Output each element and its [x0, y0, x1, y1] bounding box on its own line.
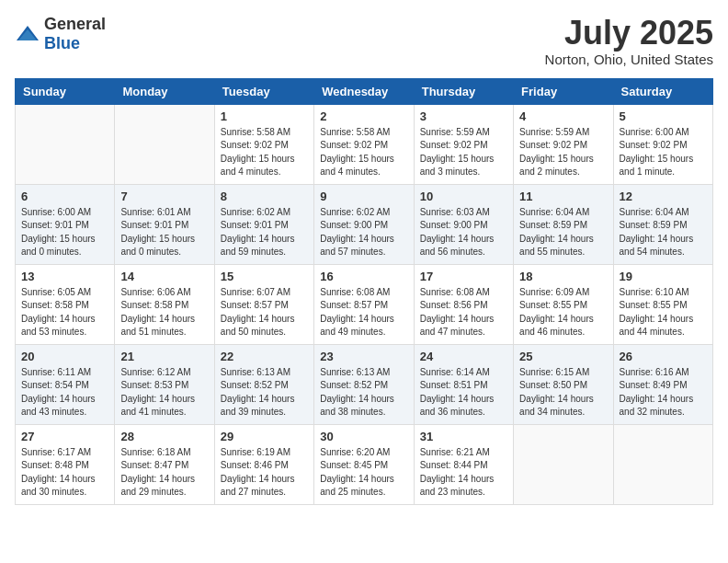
calendar-day-cell: 17Sunrise: 6:08 AM Sunset: 8:56 PM Dayli… — [414, 264, 513, 344]
calendar-table: SundayMondayTuesdayWednesdayThursdayFrid… — [15, 78, 713, 505]
day-number: 18 — [519, 270, 607, 283]
day-number: 15 — [221, 270, 308, 283]
calendar-week-row: 13Sunrise: 6:05 AM Sunset: 8:58 PM Dayli… — [16, 264, 713, 344]
day-number: 25 — [519, 350, 607, 363]
weekday-header: Friday — [514, 78, 613, 104]
calendar-subtitle: Norton, Ohio, United States — [545, 52, 713, 67]
day-number: 14 — [120, 270, 208, 283]
day-number: 21 — [120, 350, 208, 363]
calendar-day-cell: 1Sunrise: 5:58 AM Sunset: 9:02 PM Daylig… — [214, 104, 313, 184]
calendar-day-cell: 8Sunrise: 6:02 AM Sunset: 9:01 PM Daylig… — [214, 184, 313, 264]
day-number: 10 — [420, 190, 507, 203]
day-info: Sunrise: 6:08 AM Sunset: 8:56 PM Dayligh… — [420, 286, 507, 339]
calendar-day-cell: 21Sunrise: 6:12 AM Sunset: 8:53 PM Dayli… — [115, 344, 214, 424]
calendar-week-row: 20Sunrise: 6:11 AM Sunset: 8:54 PM Dayli… — [16, 344, 713, 424]
day-info: Sunrise: 6:16 AM Sunset: 8:49 PM Dayligh… — [620, 366, 707, 419]
calendar-day-cell: 5Sunrise: 6:00 AM Sunset: 9:02 PM Daylig… — [613, 104, 712, 184]
day-info: Sunrise: 6:09 AM Sunset: 8:55 PM Dayligh… — [519, 286, 607, 339]
day-number: 22 — [221, 350, 308, 363]
day-info: Sunrise: 6:07 AM Sunset: 8:57 PM Dayligh… — [221, 286, 308, 339]
day-number: 20 — [21, 350, 108, 363]
calendar-day-cell: 3Sunrise: 5:59 AM Sunset: 9:02 PM Daylig… — [414, 104, 513, 184]
calendar-day-cell — [115, 104, 214, 184]
day-number: 30 — [320, 430, 407, 443]
calendar-day-cell — [514, 424, 613, 504]
day-info: Sunrise: 5:59 AM Sunset: 9:02 PM Dayligh… — [519, 126, 607, 179]
calendar-day-cell: 10Sunrise: 6:03 AM Sunset: 9:00 PM Dayli… — [414, 184, 513, 264]
calendar-day-cell: 19Sunrise: 6:10 AM Sunset: 8:55 PM Dayli… — [613, 264, 712, 344]
calendar-day-cell: 15Sunrise: 6:07 AM Sunset: 8:57 PM Dayli… — [214, 264, 313, 344]
day-number: 6 — [21, 190, 108, 203]
day-info: Sunrise: 6:19 AM Sunset: 8:46 PM Dayligh… — [221, 446, 308, 500]
day-info: Sunrise: 6:03 AM Sunset: 9:00 PM Dayligh… — [420, 206, 507, 259]
calendar-day-cell: 26Sunrise: 6:16 AM Sunset: 8:49 PM Dayli… — [613, 344, 712, 424]
calendar-day-cell: 22Sunrise: 6:13 AM Sunset: 8:52 PM Dayli… — [214, 344, 313, 424]
calendar-day-cell: 11Sunrise: 6:04 AM Sunset: 8:59 PM Dayli… — [514, 184, 613, 264]
weekday-header: Monday — [115, 78, 214, 104]
day-number: 2 — [320, 109, 407, 123]
logo: General Blue — [15, 15, 106, 53]
day-info: Sunrise: 6:10 AM Sunset: 8:55 PM Dayligh… — [620, 286, 707, 339]
weekday-header: Tuesday — [214, 78, 313, 104]
calendar-day-cell: 2Sunrise: 5:58 AM Sunset: 9:02 PM Daylig… — [314, 104, 414, 184]
calendar-day-cell: 9Sunrise: 6:02 AM Sunset: 9:00 PM Daylig… — [314, 184, 414, 264]
day-number: 11 — [519, 190, 607, 203]
day-number: 1 — [221, 109, 308, 123]
day-info: Sunrise: 6:11 AM Sunset: 8:54 PM Dayligh… — [21, 366, 108, 419]
day-info: Sunrise: 6:00 AM Sunset: 9:02 PM Dayligh… — [620, 126, 707, 179]
calendar-day-cell: 31Sunrise: 6:21 AM Sunset: 8:44 PM Dayli… — [414, 424, 513, 504]
calendar-day-cell: 13Sunrise: 6:05 AM Sunset: 8:58 PM Dayli… — [16, 264, 115, 344]
day-number: 28 — [120, 430, 208, 443]
calendar-body: 1Sunrise: 5:58 AM Sunset: 9:02 PM Daylig… — [16, 104, 713, 504]
day-number: 29 — [221, 430, 308, 443]
calendar-day-cell — [16, 104, 115, 184]
day-number: 19 — [620, 270, 707, 283]
calendar-day-cell: 25Sunrise: 6:15 AM Sunset: 8:50 PM Dayli… — [514, 344, 613, 424]
day-info: Sunrise: 6:21 AM Sunset: 8:44 PM Dayligh… — [420, 446, 507, 500]
day-info: Sunrise: 5:58 AM Sunset: 9:02 PM Dayligh… — [320, 126, 407, 179]
title-block: July 2025 Norton, Ohio, United States — [545, 15, 713, 67]
calendar-day-cell: 20Sunrise: 6:11 AM Sunset: 8:54 PM Dayli… — [16, 344, 115, 424]
calendar-day-cell: 24Sunrise: 6:14 AM Sunset: 8:51 PM Dayli… — [414, 344, 513, 424]
calendar-day-cell: 30Sunrise: 6:20 AM Sunset: 8:45 PM Dayli… — [314, 424, 414, 504]
calendar-week-row: 6Sunrise: 6:00 AM Sunset: 9:01 PM Daylig… — [16, 184, 713, 264]
day-info: Sunrise: 6:13 AM Sunset: 8:52 PM Dayligh… — [320, 366, 407, 419]
day-number: 31 — [420, 430, 507, 443]
day-number: 7 — [120, 190, 208, 203]
day-info: Sunrise: 6:01 AM Sunset: 9:01 PM Dayligh… — [120, 206, 208, 259]
day-info: Sunrise: 6:18 AM Sunset: 8:47 PM Dayligh… — [120, 446, 208, 500]
day-number: 16 — [320, 270, 407, 283]
weekday-header: Saturday — [613, 78, 712, 104]
day-info: Sunrise: 6:20 AM Sunset: 8:45 PM Dayligh… — [320, 446, 407, 500]
day-number: 5 — [620, 109, 707, 123]
logo-icon — [15, 24, 40, 44]
calendar-day-cell: 4Sunrise: 5:59 AM Sunset: 9:02 PM Daylig… — [514, 104, 613, 184]
day-info: Sunrise: 6:17 AM Sunset: 8:48 PM Dayligh… — [21, 446, 108, 500]
calendar-day-cell: 14Sunrise: 6:06 AM Sunset: 8:58 PM Dayli… — [115, 264, 214, 344]
calendar-day-cell: 18Sunrise: 6:09 AM Sunset: 8:55 PM Dayli… — [514, 264, 613, 344]
calendar-day-cell: 27Sunrise: 6:17 AM Sunset: 8:48 PM Dayli… — [16, 424, 115, 504]
day-number: 13 — [21, 270, 108, 283]
calendar-day-cell: 16Sunrise: 6:08 AM Sunset: 8:57 PM Dayli… — [314, 264, 414, 344]
weekday-header: Sunday — [16, 78, 115, 104]
day-info: Sunrise: 6:00 AM Sunset: 9:01 PM Dayligh… — [21, 206, 108, 259]
day-info: Sunrise: 6:13 AM Sunset: 8:52 PM Dayligh… — [221, 366, 308, 419]
day-number: 23 — [320, 350, 407, 363]
calendar-week-row: 1Sunrise: 5:58 AM Sunset: 9:02 PM Daylig… — [16, 104, 713, 184]
day-info: Sunrise: 6:05 AM Sunset: 8:58 PM Dayligh… — [21, 286, 108, 339]
weekday-header: Wednesday — [314, 78, 414, 104]
day-info: Sunrise: 6:02 AM Sunset: 9:00 PM Dayligh… — [320, 206, 407, 259]
calendar-day-cell — [613, 424, 712, 504]
day-number: 12 — [620, 190, 707, 203]
day-info: Sunrise: 6:06 AM Sunset: 8:58 PM Dayligh… — [120, 286, 208, 339]
weekday-row: SundayMondayTuesdayWednesdayThursdayFrid… — [16, 78, 713, 104]
calendar-day-cell: 29Sunrise: 6:19 AM Sunset: 8:46 PM Dayli… — [214, 424, 313, 504]
day-info: Sunrise: 6:12 AM Sunset: 8:53 PM Dayligh… — [120, 366, 208, 419]
day-number: 26 — [620, 350, 707, 363]
calendar-day-cell: 12Sunrise: 6:04 AM Sunset: 8:59 PM Dayli… — [613, 184, 712, 264]
day-number: 27 — [21, 430, 108, 443]
calendar-title: July 2025 — [545, 15, 713, 52]
day-number: 4 — [519, 109, 607, 123]
weekday-header: Thursday — [414, 78, 513, 104]
day-number: 17 — [420, 270, 507, 283]
